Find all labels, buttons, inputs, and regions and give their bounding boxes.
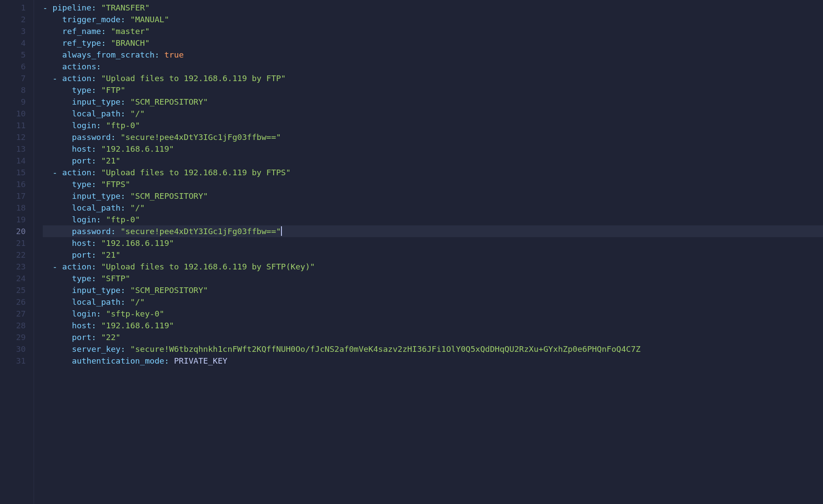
yaml-key: ref_type: [62, 38, 101, 48]
code-line[interactable]: login: "sftp-key-0": [43, 308, 823, 320]
yaml-value: "Upload files to 192.168.6.119 by FTPS": [101, 168, 291, 177]
code-line[interactable]: type: "SFTP": [43, 272, 823, 284]
code-line[interactable]: host: "192.168.6.119": [43, 143, 823, 155]
text-cursor: [281, 226, 282, 236]
yaml-value: "22": [101, 333, 121, 342]
line-number: 25: [0, 284, 26, 296]
line-number: 9: [0, 96, 26, 108]
code-line[interactable]: type: "FTPS": [43, 178, 823, 190]
code-line[interactable]: host: "192.168.6.119": [43, 320, 823, 331]
code-line[interactable]: port: "21": [43, 249, 823, 261]
yaml-dash: -: [52, 168, 57, 177]
code-line[interactable]: password: "secure!pee4xDtY3IGc1jFg03ffbw…: [43, 131, 823, 143]
code-line[interactable]: type: "FTP": [43, 84, 823, 96]
yaml-colon: :: [91, 144, 96, 153]
yaml-colon: :: [91, 333, 96, 342]
yaml-value: "SCM_REPOSITORY": [130, 286, 208, 295]
yaml-colon: :: [96, 121, 101, 130]
yaml-value: "192.168.6.119": [101, 238, 174, 248]
yaml-value: "ftp-0": [106, 121, 140, 130]
yaml-key: action: [62, 74, 92, 83]
yaml-key: host: [72, 321, 92, 330]
yaml-colon: :: [120, 191, 125, 201]
code-line[interactable]: - action: "Upload files to 192.168.6.119…: [43, 72, 823, 84]
yaml-value: "secure!pee4xDtY3IGc1jFg03ffbw==": [120, 133, 281, 142]
code-line[interactable]: actions:: [43, 61, 823, 72]
yaml-colon: :: [91, 262, 96, 271]
yaml-colon: :: [101, 27, 106, 36]
line-number: 16: [0, 178, 26, 190]
code-line[interactable]: input_type: "SCM_REPOSITORY": [43, 96, 823, 108]
yaml-colon: :: [111, 227, 116, 236]
code-line[interactable]: always_from_scratch: true: [43, 49, 823, 61]
code-line[interactable]: input_type: "SCM_REPOSITORY": [43, 284, 823, 296]
code-line[interactable]: ref_name: "master": [43, 25, 823, 37]
yaml-key: local_path: [72, 297, 120, 306]
line-number: 4: [0, 37, 26, 49]
code-line[interactable]: local_path: "/": [43, 108, 823, 119]
line-number: 21: [0, 237, 26, 249]
yaml-value: "MANUAL": [130, 15, 169, 24]
code-line[interactable]: password: "secure!pee4xDtY3IGc1jFg03ffbw…: [43, 225, 823, 237]
yaml-colon: :: [101, 38, 106, 48]
code-line[interactable]: port: "21": [43, 155, 823, 167]
yaml-value: "FTP": [101, 85, 126, 95]
line-number: 15: [0, 167, 26, 178]
code-line[interactable]: authentication_mode: PRIVATE_KEY: [43, 355, 823, 367]
yaml-value: "21": [101, 156, 121, 165]
code-line[interactable]: local_path: "/": [43, 202, 823, 214]
yaml-value: "SFTP": [101, 274, 130, 283]
yaml-colon: :: [91, 321, 96, 330]
yaml-colon: :: [91, 238, 96, 248]
yaml-colon: :: [91, 3, 96, 12]
code-line[interactable]: login: "ftp-0": [43, 119, 823, 131]
code-line[interactable]: login: "ftp-0": [43, 214, 823, 225]
yaml-key: actions: [62, 62, 96, 71]
yaml-colon: :: [96, 62, 101, 71]
yaml-colon: :: [111, 133, 116, 142]
yaml-key: input_type: [72, 191, 120, 201]
code-line[interactable]: - pipeline: "TRANSFER": [43, 2, 823, 14]
yaml-dash: -: [43, 3, 48, 12]
yaml-colon: :: [120, 15, 125, 24]
code-line[interactable]: - action: "Upload files to 192.168.6.119…: [43, 167, 823, 178]
line-number: 14: [0, 155, 26, 167]
yaml-colon: :: [91, 180, 96, 189]
yaml-colon: :: [96, 309, 101, 318]
yaml-colon: :: [154, 50, 159, 59]
yaml-key: port: [72, 333, 92, 342]
code-line[interactable]: local_path: "/": [43, 296, 823, 308]
line-number: 6: [0, 61, 26, 72]
yaml-value: "/": [130, 109, 145, 118]
yaml-value: "secure!W6tbzqhnkh1cnFWft2KQffNUH0Oo/fJc…: [130, 344, 641, 354]
yaml-key: local_path: [72, 203, 120, 212]
yaml-value: "/": [130, 297, 145, 306]
yaml-key: input_type: [72, 97, 120, 106]
yaml-key: login: [72, 309, 96, 318]
code-line[interactable]: port: "22": [43, 331, 823, 343]
code-line[interactable]: host: "192.168.6.119": [43, 237, 823, 249]
line-number: 20: [0, 225, 26, 237]
code-line[interactable]: ref_type: "BRANCH": [43, 37, 823, 49]
yaml-key: ref_name: [62, 27, 101, 36]
yaml-key: server_key: [72, 344, 120, 354]
line-number: 28: [0, 320, 26, 331]
yaml-value: "secure!pee4xDtY3IGc1jFg03ffbw==": [120, 227, 281, 236]
code-line[interactable]: server_key: "secure!W6tbzqhnkh1cnFWft2KQ…: [43, 343, 823, 355]
line-number: 7: [0, 72, 26, 84]
line-number: 27: [0, 308, 26, 320]
line-number: 11: [0, 119, 26, 131]
yaml-key: input_type: [72, 286, 120, 295]
code-line[interactable]: input_type: "SCM_REPOSITORY": [43, 190, 823, 202]
code-line[interactable]: - action: "Upload files to 192.168.6.119…: [43, 261, 823, 272]
yaml-value: "ftp-0": [106, 215, 140, 224]
yaml-value: "192.168.6.119": [101, 144, 174, 153]
yaml-colon: :: [91, 74, 96, 83]
code-area[interactable]: - pipeline: "TRANSFER" trigger_mode: "MA…: [34, 0, 823, 504]
yaml-value: "master": [111, 27, 150, 36]
yaml-colon: :: [120, 297, 125, 306]
code-line[interactable]: trigger_mode: "MANUAL": [43, 14, 823, 25]
yaml-value: "SCM_REPOSITORY": [130, 191, 208, 201]
yaml-value: "21": [101, 250, 121, 259]
code-editor[interactable]: 1234567891011121314151617181920212223242…: [0, 0, 823, 504]
